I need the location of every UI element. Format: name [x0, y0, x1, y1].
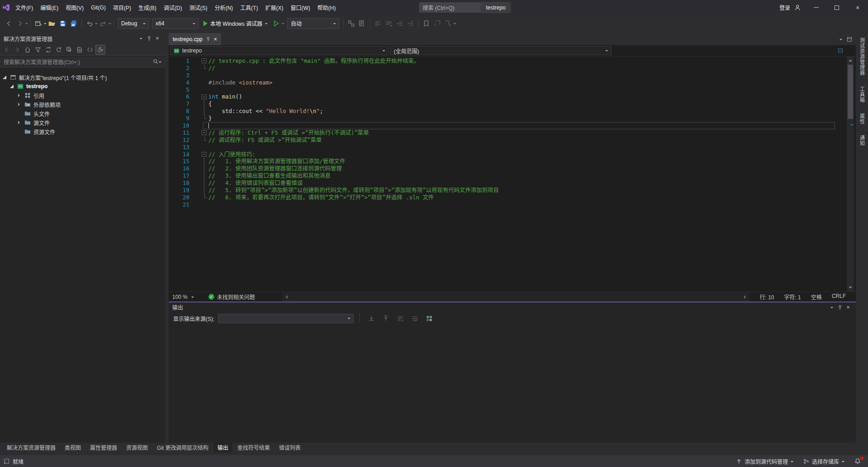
- attach-to-process-icon[interactable]: [346, 18, 357, 29]
- window-position-dropdown-icon[interactable]: [828, 303, 836, 311]
- tree-item-solution[interactable]: 解决方案"testrepo"(1 个项目/共 1 个): [0, 73, 165, 82]
- pin-icon[interactable]: [836, 303, 844, 311]
- scroll-left-icon[interactable]: [284, 295, 288, 299]
- solution-explorer-header[interactable]: 解决方案资源管理器 ×: [0, 33, 165, 44]
- se-show-all-files-icon[interactable]: [75, 45, 85, 55]
- tree-item-5[interactable]: 资源文件: [0, 127, 165, 136]
- find-in-files-icon[interactable]: [357, 18, 368, 29]
- tab-testrepo-cpp[interactable]: testrepo.cpp ×: [169, 33, 221, 45]
- tool-tab-调用层次结构[interactable]: 调用层次结构: [172, 442, 212, 453]
- menu-item-13[interactable]: 帮助(H): [314, 0, 340, 15]
- menu-item-10[interactable]: 工具(T): [236, 0, 261, 15]
- output-panel-header[interactable]: 输出 ×: [169, 302, 856, 312]
- comment-lines-icon[interactable]: [373, 18, 383, 29]
- next-bookmark-icon[interactable]: [443, 18, 453, 29]
- minimize-button[interactable]: [806, 0, 826, 15]
- select-repository-button[interactable]: 选择存储库: [800, 455, 848, 467]
- watch-mode-dropdown[interactable]: 自动: [287, 18, 340, 29]
- code-editor[interactable]: 1-// testrepo.cpp : 此文件包含 "main" 函数。程序执行…: [169, 57, 856, 292]
- save-all-button[interactable]: [68, 18, 79, 29]
- clear-all-icon[interactable]: [395, 313, 406, 324]
- code-line-15[interactable]: 15// 1. 使用解决方案资源管理器窗口添加/管理文件: [169, 158, 847, 165]
- tool-tab-属性管理器[interactable]: 属性管理器: [86, 442, 121, 453]
- expander-icon[interactable]: [16, 103, 22, 106]
- horizontal-scrollbar[interactable]: [282, 292, 750, 302]
- window-position-dropdown-icon[interactable]: [137, 34, 145, 42]
- search-options-icon[interactable]: [159, 61, 161, 64]
- active-files-dropdown-icon[interactable]: [840, 39, 842, 42]
- code-line-19[interactable]: 19// 5. 转到“项目”>“添加新项”以创建新的代码文件，或转到“项目”>“…: [169, 187, 847, 194]
- se-filter-icon[interactable]: [33, 45, 43, 55]
- fold-collapse-icon[interactable]: -: [202, 94, 207, 99]
- menu-item-9[interactable]: 分析(N): [211, 0, 237, 15]
- tool-tab-解决方案资源管理器[interactable]: 解决方案资源管理器: [3, 442, 60, 453]
- redo-dropdown-icon[interactable]: [108, 23, 111, 26]
- right-dock-tab-2[interactable]: 工具箱: [859, 85, 866, 104]
- se-sync-active-document-icon[interactable]: [43, 45, 53, 55]
- run-options-dropdown-icon[interactable]: [282, 23, 284, 26]
- menu-item-8[interactable]: 测试(S): [186, 0, 211, 15]
- close-icon[interactable]: ×: [153, 34, 161, 42]
- code-line-8[interactable]: 8 std::cout << "Hello World!\n";: [169, 108, 847, 115]
- solution-platform-dropdown[interactable]: x64: [152, 18, 199, 29]
- vertical-scrollbar[interactable]: [847, 57, 854, 292]
- se-properties-icon[interactable]: [95, 45, 105, 55]
- new-project-button[interactable]: [33, 18, 44, 29]
- tool-tab-资源视图[interactable]: 资源视图: [122, 442, 152, 453]
- menu-item-2[interactable]: 编辑(E): [37, 0, 62, 15]
- start-without-debugging-button[interactable]: [271, 18, 282, 29]
- fold-collapse-icon[interactable]: -: [202, 152, 207, 157]
- code-line-1[interactable]: 1-// testrepo.cpp : 此文件包含 "main" 函数。程序执行…: [169, 57, 847, 65]
- code-line-12[interactable]: 12// 调试程序: F5 或调试 >“开始调试”菜单: [169, 137, 847, 144]
- se-collapse-all-icon[interactable]: [64, 45, 74, 55]
- expander-icon[interactable]: [9, 85, 14, 88]
- code-line-10[interactable]: 10: [169, 122, 847, 129]
- tree-item-1[interactable]: 引用: [0, 91, 165, 100]
- close-icon[interactable]: ×: [844, 303, 852, 311]
- solution-configuration-dropdown[interactable]: Debug: [118, 18, 149, 29]
- code-line-9[interactable]: 9}: [169, 115, 847, 122]
- sign-in-button[interactable]: 登录: [777, 4, 793, 11]
- code-line-7[interactable]: 7{: [169, 100, 847, 108]
- code-line-11[interactable]: 11-// 运行程序: Ctrl + F5 或调试 >“开始执行(不调试)”菜单: [169, 129, 847, 137]
- close-button[interactable]: ×: [847, 0, 868, 15]
- right-dock-tab-4[interactable]: 通知: [859, 133, 866, 148]
- menu-item-12[interactable]: 窗口(W): [287, 0, 314, 15]
- scroll-down-icon[interactable]: [847, 285, 854, 292]
- menu-item-3[interactable]: 视图(V): [62, 0, 87, 15]
- fold-collapse-icon[interactable]: -: [202, 130, 207, 135]
- navigate-back-button[interactable]: [4, 18, 14, 29]
- decrease-indent-icon[interactable]: [394, 18, 405, 29]
- expander-icon[interactable]: [2, 75, 7, 79]
- code-line-5[interactable]: 5: [169, 86, 847, 94]
- tree-item-project[interactable]: ++testrepo: [0, 82, 165, 91]
- previous-message-icon[interactable]: [380, 313, 391, 324]
- spaces-indicator[interactable]: 空格: [811, 293, 822, 301]
- increase-indent-icon[interactable]: [405, 18, 416, 29]
- scrollbar-thumb[interactable]: [848, 65, 853, 119]
- tool-tab-输出[interactable]: 输出: [213, 442, 232, 453]
- code-line-17[interactable]: 17// 3. 使用输出窗口查看生成输出和其他消息: [169, 172, 847, 179]
- code-line-13[interactable]: 13: [169, 144, 847, 151]
- goto-message-icon[interactable]: [366, 313, 377, 324]
- start-debugging-button[interactable]: 本地 Windows 调试器: [200, 18, 271, 29]
- previous-bookmark-icon[interactable]: [432, 18, 443, 29]
- code-line-18[interactable]: 18// 4. 使用错误列表窗口查看错误: [169, 179, 847, 187]
- tool-tab-类视图[interactable]: 类视图: [61, 442, 85, 453]
- code-line-21[interactable]: 21: [169, 201, 847, 208]
- tool-tab-错误列表[interactable]: 错误列表: [275, 442, 305, 453]
- scope-dropdown[interactable]: (全局范围): [390, 46, 612, 55]
- expander-icon[interactable]: [16, 94, 22, 97]
- maximize-button[interactable]: [826, 0, 847, 15]
- eol-indicator[interactable]: CRLF: [832, 293, 846, 301]
- output-content[interactable]: [169, 325, 856, 443]
- tree-item-2[interactable]: 外部依赖项: [0, 100, 165, 109]
- pin-icon[interactable]: [206, 37, 211, 42]
- scroll-right-icon[interactable]: [744, 295, 748, 299]
- output-source-dropdown[interactable]: [218, 314, 354, 323]
- line-indicator[interactable]: 行: 10: [760, 293, 774, 301]
- expander-icon[interactable]: [16, 121, 22, 124]
- se-refresh-icon[interactable]: [54, 45, 64, 55]
- open-file-button[interactable]: [47, 18, 57, 29]
- tree-item-4[interactable]: 源文件: [0, 118, 165, 127]
